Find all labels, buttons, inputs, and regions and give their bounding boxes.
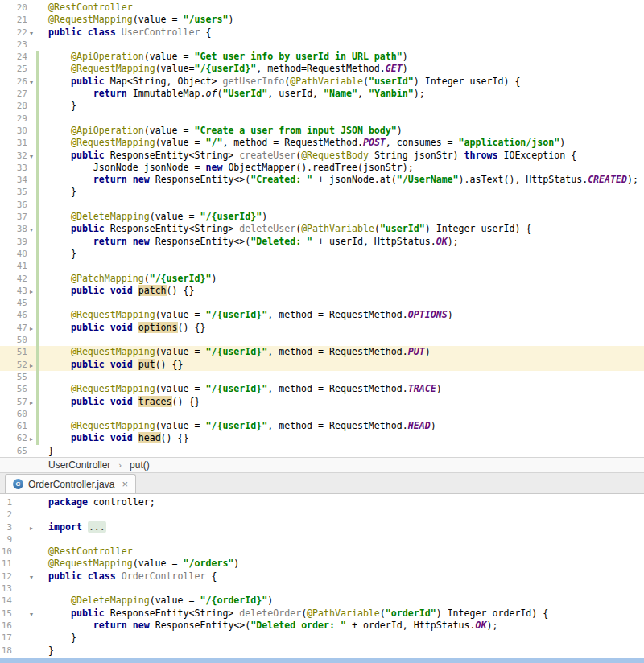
code-line[interactable]: 2 <box>0 509 644 521</box>
code-line[interactable]: 13 <box>0 583 644 595</box>
code-line[interactable]: 34 return new ResponseEntity<>("Created:… <box>0 174 644 186</box>
code-line[interactable]: 28 } <box>0 100 644 112</box>
code-line[interactable]: 47▸ public void options() {} <box>0 322 644 334</box>
code-line[interactable]: 11@RequestMapping(value = "/orders") <box>0 558 644 570</box>
code-line[interactable]: 57▸ public void traces() {} <box>0 396 644 408</box>
line-number[interactable]: 28 <box>0 100 27 112</box>
gutter[interactable]: 1 <box>0 496 43 509</box>
gutter[interactable]: 37 <box>0 211 43 223</box>
gutter[interactable]: 45 <box>0 297 43 309</box>
line-number[interactable]: 17 <box>0 632 12 644</box>
gutter[interactable]: 28 <box>0 100 43 112</box>
line-number[interactable]: 20 <box>0 2 27 14</box>
vcs-change-bar[interactable] <box>36 273 39 285</box>
fold-arrow-icon[interactable]: ▸ <box>30 286 33 298</box>
code-line[interactable]: 45 <box>0 297 644 309</box>
line-number[interactable]: 55 <box>0 371 27 383</box>
line-number[interactable]: 21 <box>0 14 27 26</box>
line-number[interactable]: 27 <box>0 88 27 100</box>
line-number[interactable]: 45 <box>0 297 27 309</box>
code-line[interactable]: 20@RestController <box>0 2 644 14</box>
vcs-change-bar[interactable] <box>36 248 39 260</box>
line-number[interactable]: 35 <box>0 186 27 198</box>
vcs-change-bar[interactable] <box>36 334 39 346</box>
line-number[interactable]: 51 <box>0 346 27 358</box>
code-line[interactable]: 65} <box>0 445 644 457</box>
code-line[interactable]: 50 <box>0 334 644 346</box>
code-line[interactable]: 43▸ public void patch() {} <box>0 285 644 297</box>
bottom-scrollbar[interactable] <box>0 658 644 663</box>
line-number[interactable]: 15 <box>0 607 12 620</box>
line-number[interactable]: 32 <box>0 150 27 162</box>
gutter[interactable]: 46 <box>0 309 43 321</box>
line-number[interactable]: 40 <box>0 248 27 260</box>
line-number[interactable]: 65 <box>0 445 27 457</box>
vcs-change-bar[interactable] <box>36 63 39 75</box>
gutter[interactable]: 10 <box>0 546 43 558</box>
gutter[interactable]: 9 <box>0 533 43 546</box>
gutter[interactable]: 26▾ <box>0 76 43 88</box>
code-line[interactable]: 23 <box>0 39 644 51</box>
line-number[interactable]: 46 <box>0 309 27 321</box>
vcs-change-bar[interactable] <box>36 174 39 186</box>
gutter[interactable]: 42 <box>0 273 43 285</box>
line-number[interactable]: 33 <box>0 162 27 174</box>
gutter[interactable]: 27 <box>0 88 43 100</box>
vcs-change-bar[interactable] <box>36 432 39 444</box>
gutter[interactable]: 30 <box>0 125 43 137</box>
line-number[interactable]: 60 <box>0 408 27 420</box>
vcs-change-bar[interactable] <box>36 150 39 162</box>
vcs-change-bar[interactable] <box>36 113 39 125</box>
line-number[interactable]: 39 <box>0 236 27 248</box>
code-line[interactable]: 35 } <box>0 186 644 198</box>
code-line[interactable]: 29 <box>0 113 644 125</box>
code-line[interactable]: 36 <box>0 199 644 211</box>
line-number[interactable]: 31 <box>0 137 27 149</box>
gutter[interactable]: 24 <box>0 51 43 63</box>
code-line[interactable]: 12▾public class OrderController { <box>0 570 644 583</box>
code-line[interactable]: 51 @RequestMapping(value = "/{userId}", … <box>0 346 644 358</box>
code-line[interactable]: 42 @PatchMapping("/{userId}") <box>0 273 644 285</box>
line-number[interactable]: 16 <box>0 620 12 632</box>
vcs-change-bar[interactable] <box>36 125 39 137</box>
fold-arrow-icon[interactable]: ▾ <box>30 27 33 39</box>
gutter[interactable]: 50 <box>0 334 43 346</box>
line-number[interactable]: 57 <box>0 396 27 408</box>
gutter[interactable]: 65 <box>0 445 43 457</box>
gutter[interactable]: 20 <box>0 2 43 14</box>
line-number[interactable]: 23 <box>0 39 27 51</box>
gutter[interactable]: 14 <box>0 595 43 607</box>
gutter[interactable]: 40 <box>0 248 43 260</box>
line-number[interactable]: 13 <box>0 583 12 595</box>
gutter[interactable]: 12▾ <box>0 570 43 583</box>
gutter[interactable]: 32▾ <box>0 150 43 162</box>
gutter[interactable]: 15▾ <box>0 607 43 620</box>
code-line[interactable]: 10@RestController <box>0 546 644 558</box>
line-number[interactable]: 56 <box>0 383 27 395</box>
line-number[interactable]: 25 <box>0 63 27 75</box>
gutter[interactable]: 36 <box>0 199 43 211</box>
vcs-change-bar[interactable] <box>36 211 39 223</box>
line-number[interactable]: 62 <box>0 432 27 444</box>
code-line[interactable]: 46 @RequestMapping(value = "/{userId}", … <box>0 309 644 321</box>
gutter[interactable]: 18 <box>0 644 43 657</box>
vcs-change-bar[interactable] <box>36 51 39 63</box>
vcs-change-bar[interactable] <box>36 186 39 198</box>
line-number[interactable]: 2 <box>0 509 12 521</box>
vcs-change-bar[interactable] <box>36 162 39 174</box>
code-line[interactable]: 61 @RequestMapping(value = "/{userId}", … <box>0 420 644 432</box>
code-line[interactable]: 56 @RequestMapping(value = "/{userId}", … <box>0 383 644 395</box>
vcs-change-bar[interactable] <box>36 100 39 112</box>
code-line[interactable]: 1package controller; <box>0 496 644 509</box>
code-line[interactable]: 24 @ApiOperation(value = "Get user info … <box>0 51 644 63</box>
fold-arrow-icon[interactable]: ▾ <box>30 608 33 620</box>
code-line[interactable]: 22▾public class UserController { <box>0 27 644 39</box>
vcs-change-bar[interactable] <box>36 236 39 248</box>
gutter[interactable]: 31 <box>0 137 43 149</box>
vcs-change-bar[interactable] <box>36 297 39 309</box>
line-number[interactable]: 10 <box>0 546 12 558</box>
fold-arrow-icon[interactable]: ▾ <box>30 571 33 583</box>
line-number[interactable]: 43 <box>0 285 27 297</box>
line-number[interactable]: 38 <box>0 223 27 235</box>
vcs-change-bar[interactable] <box>36 396 39 408</box>
